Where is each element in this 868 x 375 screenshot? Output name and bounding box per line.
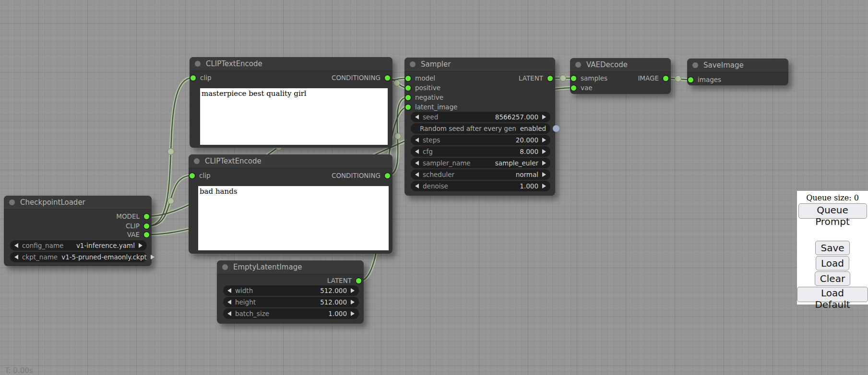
widget-width[interactable]: width 512.000 — [223, 285, 359, 296]
increment-arrow-icon[interactable] — [151, 255, 155, 259]
collapse-dot-icon[interactable] — [194, 158, 200, 164]
widget-denoise[interactable]: denoise 1.000 — [411, 181, 550, 191]
widget-scheduler[interactable]: scheduler normal — [411, 169, 550, 180]
increment-arrow-icon[interactable] — [351, 288, 355, 293]
positive-prompt-textarea[interactable]: masterpiece best quality girl — [200, 88, 388, 145]
node-checkpoint-loader[interactable]: CheckpointLoader MODEL CLIP VAE config_n… — [4, 196, 152, 266]
increment-arrow-icon[interactable] — [139, 243, 143, 248]
increment-arrow-icon[interactable] — [351, 300, 355, 305]
input-slot-images[interactable]: images — [688, 75, 721, 84]
decrement-arrow-icon[interactable] — [14, 243, 18, 248]
negative-input-port[interactable] — [405, 95, 411, 100]
collapse-dot-icon[interactable] — [9, 199, 15, 205]
increment-arrow-icon[interactable] — [542, 149, 546, 154]
widget-config-name[interactable]: config_name v1-inference.yaml — [10, 240, 147, 251]
input-slot-latent-image[interactable]: latent_image — [405, 102, 457, 112]
node-title: Sampler — [421, 60, 451, 69]
node-empty-latent-image[interactable]: EmptyLatentImage LATENT width 512.000 he… — [217, 260, 364, 324]
collapse-dot-icon[interactable] — [410, 61, 416, 67]
output-slot-model[interactable]: MODEL — [116, 211, 149, 221]
decrement-arrow-icon[interactable] — [14, 255, 18, 259]
node-title-bar[interactable]: EmptyLatentImage — [217, 260, 364, 274]
node-vae-decode[interactable]: VAEDecode samples vae IMAGE — [570, 58, 671, 94]
negative-prompt-textarea[interactable]: bad hands — [198, 186, 389, 250]
node-title-bar[interactable]: Sampler — [404, 58, 555, 71]
model-output-port[interactable] — [144, 214, 149, 219]
save-button[interactable]: Save — [815, 241, 849, 255]
collapse-dot-icon[interactable] — [195, 61, 201, 67]
decrement-arrow-icon[interactable] — [415, 149, 419, 154]
node-title-bar[interactable]: VAEDecode — [570, 58, 671, 72]
clip-input-port[interactable] — [190, 173, 195, 178]
input-slot-negative[interactable]: negative — [405, 93, 443, 102]
output-slot-vae[interactable]: VAE — [127, 230, 149, 239]
input-slot-clip[interactable]: clip — [190, 171, 211, 180]
decrement-arrow-icon[interactable] — [415, 184, 419, 188]
widget-height[interactable]: height 512.000 — [223, 297, 359, 307]
increment-arrow-icon[interactable] — [542, 138, 546, 142]
collapse-dot-icon[interactable] — [575, 62, 581, 68]
comfyui-node-canvas[interactable]: { "canvas": { "perf_label": "T: 0.00s" }… — [0, 0, 868, 375]
input-slot-model[interactable]: model — [405, 73, 435, 83]
node-clip-text-encode-positive[interactable]: CLIPTextEncode clip CONDITIONING masterp… — [190, 57, 392, 148]
decrement-arrow-icon[interactable] — [227, 288, 231, 293]
increment-arrow-icon[interactable] — [542, 172, 546, 177]
decrement-arrow-icon[interactable] — [415, 161, 419, 165]
queue-prompt-button[interactable]: Queue Prompt — [798, 203, 867, 219]
node-clip-text-encode-negative[interactable]: CLIPTextEncode clip CONDITIONING bad han… — [189, 154, 392, 254]
clear-button[interactable]: Clear — [815, 271, 850, 286]
clip-input-port[interactable] — [190, 75, 196, 81]
output-slot-conditioning[interactable]: CONDITIONING — [332, 73, 390, 82]
decrement-arrow-icon[interactable] — [227, 311, 231, 316]
widget-sampler-name[interactable]: sampler_name sample_euler — [411, 158, 550, 168]
increment-arrow-icon[interactable] — [542, 184, 546, 188]
decrement-arrow-icon[interactable] — [415, 172, 419, 177]
increment-arrow-icon[interactable] — [542, 161, 546, 165]
node-title-bar[interactable]: SaveImage — [687, 59, 788, 72]
vae-input-port[interactable] — [571, 85, 576, 91]
node-title-bar[interactable]: CLIPTextEncode — [189, 154, 392, 168]
vae-output-port[interactable] — [144, 232, 149, 237]
collapse-dot-icon[interactable] — [222, 264, 228, 270]
output-slot-latent[interactable]: LATENT — [519, 73, 553, 83]
images-input-port[interactable] — [688, 77, 693, 82]
load-button[interactable]: Load — [816, 256, 849, 270]
widget-batch-size[interactable]: batch_size 1.000 — [223, 308, 359, 319]
positive-input-port[interactable] — [405, 85, 411, 91]
decrement-arrow-icon[interactable] — [227, 300, 231, 305]
widget-cfg[interactable]: cfg 8.000 — [411, 146, 550, 157]
node-sampler[interactable]: Sampler model positive negative latent_i… — [404, 58, 555, 196]
increment-arrow-icon[interactable] — [351, 311, 355, 316]
output-slot-conditioning[interactable]: CONDITIONING — [332, 171, 390, 180]
latent-output-port[interactable] — [547, 76, 553, 81]
node-title-bar[interactable]: CheckpointLoader — [4, 196, 152, 210]
clip-output-port[interactable] — [144, 223, 149, 229]
image-output-port[interactable] — [663, 76, 668, 81]
conditioning-output-port[interactable] — [385, 173, 390, 178]
decrement-arrow-icon[interactable] — [415, 138, 419, 142]
latent-image-input-port[interactable] — [405, 105, 411, 110]
node-save-image[interactable]: SaveImage images — [687, 59, 788, 85]
latent-output-port[interactable] — [356, 278, 361, 283]
output-slot-latent[interactable]: LATENT — [327, 276, 361, 285]
load-default-button[interactable]: Load Default — [797, 287, 868, 302]
collapse-dot-icon[interactable] — [692, 62, 698, 68]
output-slot-image[interactable]: IMAGE — [638, 73, 668, 83]
input-slot-positive[interactable]: positive — [405, 83, 440, 93]
widget-random-seed-toggle[interactable]: Random seed after every gen enabled — [411, 123, 550, 134]
widget-steps[interactable]: steps 20.000 — [411, 135, 550, 145]
model-input-port[interactable] — [405, 76, 411, 81]
toggle-enabled-icon[interactable] — [553, 125, 559, 132]
increment-arrow-icon[interactable] — [542, 115, 546, 119]
widget-ckpt-name[interactable]: ckpt_name v1-5-pruned-emaonly.ckpt — [10, 252, 147, 262]
conditioning-output-port[interactable] — [385, 75, 390, 81]
samples-input-port[interactable] — [571, 76, 576, 81]
widget-label: denoise — [423, 182, 448, 190]
output-slot-clip[interactable]: CLIP — [126, 221, 149, 231]
decrement-arrow-icon[interactable] — [415, 115, 419, 119]
input-slot-clip[interactable]: clip — [190, 73, 212, 82]
node-title-bar[interactable]: CLIPTextEncode — [190, 57, 392, 71]
input-slot-samples[interactable]: samples — [571, 73, 607, 83]
widget-seed[interactable]: seed 8566257.000 — [411, 112, 550, 122]
input-slot-vae[interactable]: vae — [571, 83, 593, 93]
